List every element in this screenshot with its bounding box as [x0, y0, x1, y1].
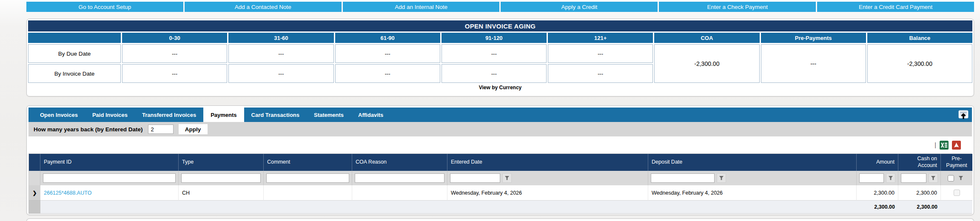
footer-cell-type — [179, 201, 264, 213]
cash-on-account-filter-input[interactable] — [901, 173, 926, 183]
row-expand-icon[interactable]: ❯ — [29, 185, 40, 201]
aging-col-header-91-120: 91-120 — [442, 33, 547, 43]
aging-col-header-balance: Balance — [867, 33, 972, 43]
grid-header-comment[interactable]: Comment — [264, 154, 352, 171]
coa-reason-filter-input[interactable] — [355, 173, 444, 183]
grid-header-deposit-date[interactable]: Deposit Date — [648, 154, 857, 171]
aging-col-header-0-30: 0-30 — [122, 33, 227, 43]
aging-col-header-blank — [28, 33, 121, 43]
pre-payment-filter-checkbox[interactable] — [948, 175, 954, 181]
tab-paid-invoices[interactable]: Paid Invoices — [85, 108, 135, 122]
footer-cell-deposit-date — [648, 201, 857, 213]
grid-header-entered-date[interactable]: Entered Date — [447, 154, 648, 171]
filter-cell-type — [179, 171, 264, 185]
entered-date-filter-input[interactable] — [450, 173, 500, 183]
years-back-label: How many years back (by Entered Date) — [34, 126, 143, 133]
years-back-filter-row: How many years back (by Entered Date) Ap… — [28, 122, 972, 136]
aging-balance-total: -2,300.00 — [867, 44, 972, 83]
aging-value: --- — [122, 44, 227, 63]
cell-type: CH — [179, 185, 264, 201]
filter-cell-cash-on-account — [898, 171, 941, 185]
aging-value: --- — [548, 44, 653, 63]
cell-amount: 2,300.00 — [857, 185, 898, 201]
open-invoice-aging-panel: OPEN INVOICE AGING 0-30 31-60 61-90 91-1… — [26, 19, 974, 96]
type-filter-input[interactable] — [181, 173, 261, 183]
apply-button[interactable]: Apply — [179, 124, 208, 134]
filter-funnel-icon[interactable] — [956, 173, 966, 183]
enter-check-payment-button[interactable]: Enter a Check Payment — [659, 2, 816, 12]
years-back-input[interactable] — [148, 125, 174, 134]
filter-cell-comment — [264, 171, 352, 185]
add-contacted-note-button[interactable]: Add a Contacted Note — [185, 2, 342, 12]
grid-header-coa-reason[interactable]: COA Reason — [352, 154, 447, 171]
pre-payment-checkbox[interactable] — [954, 190, 960, 196]
apply-credit-button[interactable]: Apply a Credit — [501, 2, 658, 12]
tab-bar: Open Invoices Paid Invoices Transferred … — [28, 108, 972, 122]
cell-pre-payment — [941, 185, 972, 201]
aging-table: 0-30 31-60 61-90 91-120 121+ COA Pre-Pay… — [28, 33, 972, 83]
cell-entered-date: Wednesday, February 4, 2026 — [447, 185, 648, 201]
cell-deposit-date: Wednesday, February 4, 2026 — [648, 185, 857, 201]
pdf-export-icon[interactable] — [952, 141, 961, 150]
aging-col-header-coa: COA — [654, 33, 759, 43]
excel-export-icon[interactable] — [940, 141, 949, 150]
tab-card-transactions[interactable]: Card Transactions — [244, 108, 307, 122]
grid-header-payment-id[interactable]: Payment ID — [40, 154, 179, 171]
view-by-currency-link[interactable]: View by Currency — [28, 83, 972, 92]
payment-id-filter-input[interactable] — [43, 173, 176, 183]
filter-funnel-icon[interactable] — [929, 173, 938, 183]
grid-header-pre-payment[interactable]: Pre-Payment — [941, 154, 972, 171]
tab-open-invoices[interactable]: Open Invoices — [33, 108, 85, 122]
filter-cell-expander — [29, 171, 40, 185]
aging-value: --- — [442, 64, 547, 83]
aging-col-header-31-60: 31-60 — [228, 33, 333, 43]
cell-coa-reason — [352, 185, 447, 201]
grid-header-cash-on-account[interactable]: Cash on Account — [898, 154, 941, 171]
footer-cell-coa-reason — [352, 201, 447, 213]
aging-value: --- — [228, 64, 333, 83]
payments-grid: Payment ID Type Comment COA Reason Enter… — [28, 153, 972, 214]
footer-cell-expander — [29, 201, 40, 213]
go-to-account-setup-button[interactable]: Go to Account Setup — [26, 2, 183, 12]
filter-funnel-icon[interactable] — [717, 173, 726, 183]
aging-row-label-by-due-date: By Due Date — [28, 44, 121, 63]
grid-header-amount[interactable]: Amount — [857, 154, 898, 171]
aging-col-header-121plus: 121+ — [548, 33, 653, 43]
payment-id-link[interactable]: 266125*4688.AUTO — [44, 190, 91, 196]
expand-grid-icon[interactable] — [958, 110, 969, 120]
footer-total-cash-on-account: 2,300.00 — [898, 201, 941, 213]
tab-statements[interactable]: Statements — [307, 108, 351, 122]
grid-header-type[interactable]: Type — [179, 154, 264, 171]
next-section-panel-edge — [26, 218, 974, 221]
filter-funnel-icon[interactable] — [886, 173, 895, 183]
export-separator: | — [934, 142, 936, 148]
footer-cell-pre-payment — [941, 201, 972, 213]
aging-col-header-pre-payments: Pre-Payments — [761, 33, 866, 43]
aging-coa-total: -2,300.00 — [654, 44, 759, 83]
account-toolbar: Go to Account Setup Add a Contacted Note… — [26, 2, 974, 12]
footer-total-amount: 2,300.00 — [857, 201, 898, 213]
grid-header-expander — [29, 154, 40, 171]
footer-cell-payment-id — [40, 201, 179, 213]
enter-credit-card-payment-button[interactable]: Enter a Credit Card Payment — [817, 2, 974, 12]
account-detail-panel: Open Invoices Paid Invoices Transferred … — [26, 105, 974, 215]
export-actions-row: | — [28, 136, 972, 153]
filter-cell-entered-date — [447, 171, 648, 185]
aging-panel-title: OPEN INVOICE AGING — [28, 20, 972, 31]
comment-filter-input[interactable] — [266, 173, 349, 183]
filter-cell-amount — [857, 171, 898, 185]
cell-comment — [264, 185, 352, 201]
aging-col-header-61-90: 61-90 — [335, 33, 440, 43]
cell-payment-id: 266125*4688.AUTO — [40, 185, 179, 201]
amount-filter-input[interactable] — [859, 173, 884, 183]
aging-value: --- — [228, 44, 333, 63]
aging-row-label-by-invoice-date: By Invoice Date — [28, 64, 121, 83]
add-internal-note-button[interactable]: Add an Internal Note — [343, 2, 500, 12]
aging-value: --- — [122, 64, 227, 83]
filter-funnel-icon[interactable] — [502, 173, 512, 183]
deposit-date-filter-input[interactable] — [651, 173, 715, 183]
aging-value: --- — [335, 44, 440, 63]
tab-transferred-invoices[interactable]: Transferred Invoices — [135, 108, 203, 122]
tab-affidavits[interactable]: Affidavits — [351, 108, 390, 122]
tab-payments[interactable]: Payments — [203, 108, 244, 122]
